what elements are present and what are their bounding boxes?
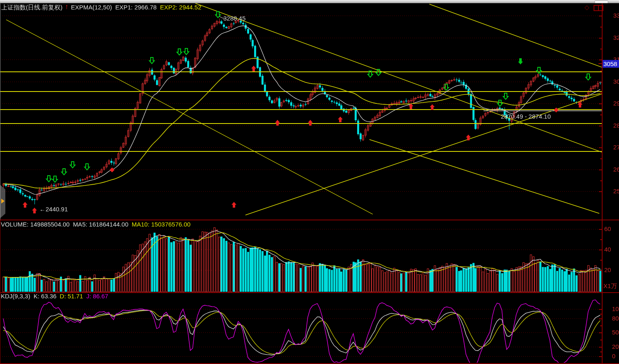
price-axis-label: 3000 [613, 78, 619, 85]
volume-ma5-value: MA5: 161864144.00 [73, 221, 128, 228]
indicator-name[interactable]: EXPMA(12,50) [71, 4, 112, 11]
price-axis-label: 2500 [613, 188, 619, 195]
kdj-axis-label: 50 [612, 329, 619, 336]
kdj-j-value: J: 86.67 [86, 293, 108, 300]
kdj-axis-label: 20 [612, 343, 619, 350]
titlebar-button[interactable] [594, 0, 608, 3]
expand-arrow-icon [1, 199, 5, 204]
symbol-title[interactable]: 上证指数(日线.前复权) [1, 4, 62, 11]
diamond-icon[interactable]: ◇ [585, 4, 589, 11]
app-window: 上证指数(日线.前复权) ↑ EXPMA(12,50) EXP1: 2966.7… [0, 0, 619, 364]
price-axis-label: 2800 [613, 122, 619, 129]
main-chart-header: 上证指数(日线.前复权) ↑ EXPMA(12,50) EXP1: 2966.7… [1, 4, 202, 11]
chart-canvas[interactable] [0, 0, 619, 364]
volume-axis-label: 40 [604, 246, 611, 253]
kdj-axis-label: 100 [612, 305, 619, 312]
exp2-value: EXP2: 2944.52 [160, 4, 202, 11]
price-axis-label: 3300 [613, 12, 619, 19]
windows-icon[interactable] [594, 4, 604, 14]
volume-axis-label: 60 [604, 225, 611, 232]
kdj-axis-label: 0 [612, 353, 615, 359]
kdj-axis-label: 80 [612, 315, 619, 322]
kdj-header: KDJ(9,3,3) K: 63.36 D: 51.71 J: 86.67 [1, 293, 108, 300]
window-titlebar[interactable] [0, 0, 619, 3]
sidebar-expander-button[interactable] [0, 185, 5, 218]
low-annotation: ←2440.91 [39, 206, 68, 213]
volume-value[interactable]: VOLUME: 149885504.00 [1, 221, 70, 228]
kdj-k-value: K: 63.36 [34, 293, 57, 300]
volume-axis-label: 20 [604, 266, 611, 273]
exp1-value: EXP1: 2966.78 [115, 4, 157, 11]
last-price-badge: 3058 [603, 60, 619, 68]
price-axis-label: 2600 [613, 166, 619, 173]
peak-annotation: 3288.45 [223, 15, 245, 22]
gap-annotation: 2870.49 - 2874.10 [501, 113, 551, 120]
kdj-d-value: D: 51.71 [60, 293, 83, 300]
price-axis-label: 2700 [613, 144, 619, 151]
volume-ma10-value: MA10: 150376576.00 [132, 221, 190, 228]
kdj-name[interactable]: KDJ(9,3,3) [1, 293, 30, 300]
price-axis-label: 2900 [613, 100, 619, 107]
price-axis-label: 3200 [613, 34, 619, 41]
up-arrow-icon: ↑ [65, 4, 69, 11]
volume-header: VOLUME: 149885504.00 MA5: 161864144.00 M… [1, 221, 190, 228]
volume-unit-label: X1万 [603, 282, 617, 290]
